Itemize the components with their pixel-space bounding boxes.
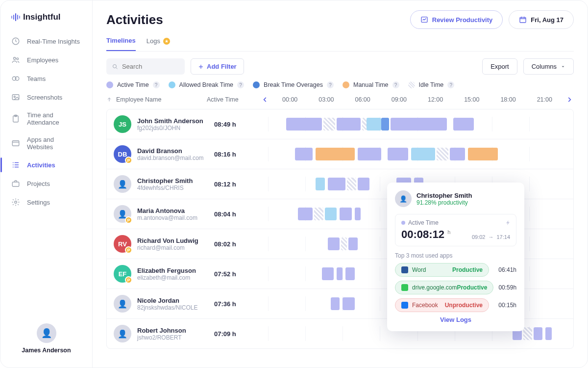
help-icon[interactable]: ? (153, 81, 160, 88)
p-badge: P (125, 157, 132, 164)
timeline-bar[interactable] (523, 327, 532, 340)
date-picker-button[interactable]: Fri, Aug 17 (509, 10, 574, 29)
svg-point-1 (14, 57, 16, 60)
timeline-bar[interactable] (331, 297, 340, 310)
sidebar-item-settings[interactable]: Settings (0, 193, 92, 211)
timeline-bar[interactable] (295, 148, 313, 160)
chevron-left-icon (262, 96, 269, 103)
circles-icon (11, 74, 20, 83)
timeline-bar[interactable] (343, 297, 354, 310)
sidebar-item-apps-and-websites[interactable]: Apps and Websites (0, 131, 92, 156)
timeline-prev[interactable] (261, 95, 270, 104)
help-icon[interactable]: ? (447, 81, 454, 88)
p-badge: P (125, 246, 132, 254)
timeline-bar[interactable] (358, 148, 382, 160)
legend-item: Manual Time? (343, 81, 399, 88)
timeline-bar[interactable] (340, 208, 351, 220)
table-row[interactable]: DBPDavid Bransondavid.branson@mail.com08… (107, 139, 573, 169)
sidebar-item-projects[interactable]: Projects (0, 174, 92, 193)
legend-item: Allowed Break Time? (169, 81, 244, 88)
timeline-bar[interactable] (391, 118, 447, 131)
star-icon: ★ (163, 38, 170, 45)
timeline-bar[interactable] (347, 178, 356, 190)
review-productivity-button[interactable]: Review Productivity (410, 10, 503, 29)
plus-icon (198, 64, 204, 70)
timeline-bar[interactable] (358, 178, 369, 190)
timeline-bar[interactable] (362, 118, 367, 131)
tabs: TimelinesLogs★ (106, 37, 574, 52)
svg-point-14 (113, 64, 116, 68)
timeline-bar[interactable] (337, 118, 361, 131)
search-input[interactable] (106, 58, 185, 75)
avatar: 👤 (114, 295, 131, 313)
timeline-bar[interactable] (437, 148, 448, 160)
svg-point-11 (15, 201, 17, 204)
col-employee[interactable]: Employee Name (116, 96, 161, 103)
add-filter-button[interactable]: Add Filter (191, 58, 244, 75)
employee-cell: EFPElizabeth Fergusonelizabeth@mail.com (114, 265, 214, 283)
timeline-bar[interactable] (450, 148, 465, 160)
timeline-bar[interactable] (453, 118, 474, 131)
timeline-bar[interactable] (314, 208, 323, 220)
timeline-bar[interactable] (534, 327, 542, 340)
tab-timelines[interactable]: Timelines (106, 37, 136, 51)
sidebar-nav: Real-Time InsightsEmployeesTeamsScreensh… (0, 32, 92, 318)
timeline-bar[interactable] (355, 208, 361, 220)
timeline-bar[interactable] (316, 148, 354, 160)
timeline-bar[interactable] (298, 208, 313, 220)
timeline-bar[interactable] (328, 237, 340, 250)
current-user[interactable]: 👤 James Anderson (0, 318, 92, 359)
timeline-bar[interactable] (381, 118, 389, 131)
sidebar-item-time-and-attendance[interactable]: Time and Attendance (0, 106, 92, 131)
timeline-bar[interactable] (345, 267, 354, 280)
timeline-bar[interactable] (367, 118, 381, 131)
swatch (253, 81, 260, 88)
timeline-bar[interactable] (341, 237, 347, 250)
timeline-bar[interactable] (388, 148, 409, 160)
help-icon[interactable]: ? (237, 81, 244, 88)
app-icon (401, 302, 408, 309)
timeline-bar[interactable] (411, 148, 435, 160)
timeline-bar[interactable] (337, 267, 343, 280)
sidebar-item-activities[interactable]: Activities (0, 156, 92, 174)
timeline-bar[interactable] (348, 237, 357, 250)
employee-cell: RVPRichard Von Ludwigrichard@mail.com (114, 235, 214, 253)
view-logs-link[interactable]: View Logs (395, 316, 516, 323)
timeline-bar[interactable] (316, 178, 324, 190)
briefcase-icon (11, 179, 20, 188)
timeline-bar[interactable] (545, 327, 551, 340)
sidebar-item-screenshots[interactable]: Screenshots (0, 88, 92, 106)
active-time-cell: 07:52 h (214, 270, 268, 278)
export-button[interactable]: Export (482, 58, 517, 75)
swatch (169, 81, 175, 88)
swatch (408, 81, 415, 88)
svg-rect-5 (12, 95, 19, 100)
help-icon[interactable]: ? (327, 81, 334, 88)
timeline-next[interactable] (565, 95, 574, 104)
employee-cell: 👤Christopher Smith4fdewhfss/CHRIS (114, 175, 214, 193)
chevron-right-icon (566, 96, 573, 103)
help-icon[interactable]: ? (392, 81, 399, 88)
timeline-bar[interactable] (328, 178, 346, 190)
avatar: RVP (114, 235, 131, 253)
columns-button[interactable]: Columns (523, 58, 574, 75)
app-pill[interactable]: drive.google.comProductive (395, 281, 493, 294)
sort-icon[interactable] (106, 97, 112, 103)
timeline-bar[interactable] (468, 148, 498, 160)
col-active-time[interactable]: Active Time (207, 96, 261, 103)
clock-icon (11, 37, 20, 46)
table-header: Employee Name Active Time 00:0003:0006:0… (106, 93, 574, 109)
table-row[interactable]: JSJohn Smith Andersonfg202jds0/JOHN08:49… (107, 109, 573, 139)
svg-rect-10 (12, 182, 19, 186)
timeline-bar[interactable] (323, 118, 335, 131)
app-pill[interactable]: FacebookUnproductive (395, 298, 489, 312)
tab-logs[interactable]: Logs★ (147, 37, 170, 51)
p-badge: P (125, 276, 132, 284)
timeline-bar[interactable] (325, 208, 337, 220)
sidebar-item-real-time-insights[interactable]: Real-Time Insights (0, 32, 92, 51)
sidebar-item-teams[interactable]: Teams (0, 69, 92, 88)
timeline-bar[interactable] (286, 118, 322, 131)
app-pill[interactable]: WordProductive (395, 263, 489, 277)
timeline-bar[interactable] (322, 267, 334, 280)
sidebar-item-employees[interactable]: Employees (0, 51, 92, 69)
